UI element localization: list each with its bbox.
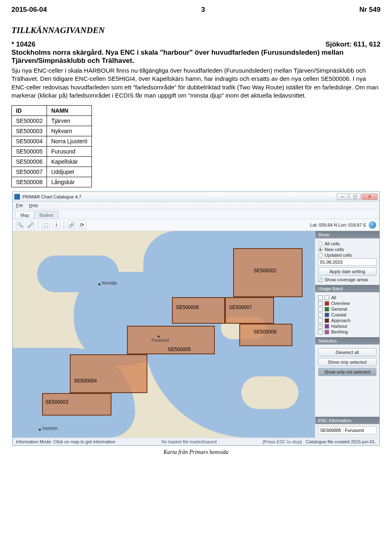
- radio-updated-cells[interactable]: Updated cells: [318, 253, 376, 258]
- info-icon[interactable]: i: [52, 221, 60, 229]
- notice-body: Sju nya ENC-celler i skala HARBOUR finns…: [11, 67, 381, 100]
- th-name: NAMN: [47, 106, 92, 116]
- panel-header-usage: Usage Band: [315, 285, 379, 292]
- usage-item[interactable]: Overview: [318, 301, 376, 306]
- th-id: ID: [12, 106, 47, 116]
- menu-file[interactable]: File: [16, 203, 23, 208]
- map-cell-label: SE500004: [74, 378, 97, 384]
- status-hint: [Press ESC to stop]: [263, 439, 302, 444]
- zoom-out-icon[interactable]: 🔎: [27, 221, 35, 229]
- tab-basket[interactable]: Basket: [34, 211, 58, 219]
- radio-new-cells[interactable]: New cells: [318, 247, 376, 252]
- app-icon: [14, 194, 20, 200]
- panel-header-show: Show: [315, 231, 379, 238]
- menu-help[interactable]: Help: [29, 203, 38, 208]
- status-mid: No basket file loaded/saved: [115, 439, 263, 444]
- table-row: SE500008Långskär: [12, 177, 92, 187]
- table-row: SE500003Nykvarn: [12, 126, 92, 136]
- page-header: 2015-06-04 3 Nr 549: [11, 6, 381, 14]
- tab-map[interactable]: Map: [15, 211, 34, 219]
- map-cell-label: SE500003: [45, 399, 68, 405]
- table-row: SE500002Tjärven: [12, 116, 92, 126]
- usage-item[interactable]: Coastal: [318, 312, 376, 317]
- show-only-not-selected-button[interactable]: Show only not selected: [318, 368, 376, 376]
- map-cell-label: SE500005: [168, 347, 191, 352]
- statusbar: Information Mode: Click on map to get in…: [13, 438, 379, 445]
- map-cell-label: SE500008: [254, 329, 276, 335]
- zoom-area-icon[interactable]: ⬚: [42, 221, 50, 229]
- side-panel: Show All cells New cells Updated cells A…: [315, 231, 379, 438]
- minimize-button[interactable]: —: [337, 193, 348, 200]
- figure-caption: Karta från Primars hemsida: [11, 449, 381, 456]
- panel-header-enc: ENC Information: [315, 417, 379, 424]
- check-coverage[interactable]: ✓Show coverage areas: [318, 277, 376, 282]
- status-left: Information Mode: Click on map to get in…: [16, 439, 115, 444]
- cells-table: ID NAMN SE500002Tjärven SE500003Nykvarn …: [11, 105, 92, 187]
- usage-item[interactable]: Berthing: [318, 329, 376, 334]
- header-issue: Nr 549: [359, 6, 381, 14]
- table-row: SE500007Uddjupet: [12, 167, 92, 177]
- radio-all-cells[interactable]: All cells: [318, 241, 376, 246]
- usage-item[interactable]: All: [318, 295, 376, 300]
- enc-info-field[interactable]: [318, 426, 376, 434]
- panel-header-selection: Selection: [315, 337, 379, 345]
- table-row: SE500005Furusund: [12, 147, 92, 157]
- tabbar: Map Basket: [13, 209, 379, 219]
- refresh-icon[interactable]: ⟳: [78, 221, 86, 229]
- section-title: TILLKÄNNAGIVANDEN: [11, 25, 381, 36]
- header-date: 2015-06-04: [11, 6, 47, 14]
- deselect-all-button[interactable]: Deselect all: [318, 348, 376, 356]
- table-row: SE500004Norra Ljusterö: [12, 136, 92, 147]
- town-label: Norrtälje: [102, 281, 117, 285]
- app-window: PRIMAR Chart Catalogue 4.7 — ▢ ✕ File He…: [12, 191, 380, 446]
- date-input[interactable]: [318, 258, 376, 266]
- map-cell-label: SE500007: [229, 305, 252, 310]
- maximize-button[interactable]: ▢: [349, 193, 361, 200]
- link-icon[interactable]: 🔗: [67, 221, 76, 229]
- status-right: Catalogue file created 2015-jun-01.: [306, 439, 376, 444]
- usage-item[interactable]: ✓Harbour: [318, 324, 376, 329]
- map-cell-label: SE500002: [254, 268, 276, 273]
- globe-icon[interactable]: [369, 221, 376, 229]
- notice-id: * 10426: [11, 40, 36, 49]
- header-page: 3: [201, 6, 205, 14]
- town-label: Vaxholm: [42, 426, 58, 431]
- notice-chart-ref: Sjökort: 611, 612: [325, 40, 381, 49]
- map-cell-label: SE500006: [176, 305, 199, 310]
- titlebar: PRIMAR Chart Catalogue 4.7 — ▢ ✕: [13, 192, 379, 202]
- table-row: SE500006Kapellskär: [12, 157, 92, 167]
- notice-header: * 10426 Sjökort: 611, 612: [11, 40, 381, 49]
- show-only-selected-button[interactable]: Show only selected: [318, 358, 376, 366]
- usage-item[interactable]: General: [318, 307, 376, 311]
- close-button[interactable]: ✕: [361, 193, 378, 200]
- notice-subtitle: Stockholms norra skärgård. Nya ENC i ska…: [11, 49, 381, 65]
- zoom-in-icon[interactable]: 🔍: [16, 221, 24, 229]
- window-title: PRIMAR Chart Catalogue 4.7: [22, 194, 81, 199]
- apply-date-button[interactable]: Apply date setting: [318, 267, 376, 276]
- toolbar: 🔍 🔎 ⬚ i 🔗 ⟳ Lat: 059,64 N Lon: 018,87 E: [13, 219, 379, 231]
- menubar: File Help: [13, 202, 379, 209]
- usage-band-list: All Overview General Coastal Approach ✓H…: [315, 292, 379, 337]
- town-label: Furusund: [151, 338, 169, 342]
- map-canvas[interactable]: SE500002 SE500006 SE500007 SE500008 SE50…: [13, 231, 315, 438]
- usage-item[interactable]: Approach: [318, 318, 376, 323]
- latlon-readout: Lat: 059,64 N Lon: 018,87 E: [310, 222, 366, 227]
